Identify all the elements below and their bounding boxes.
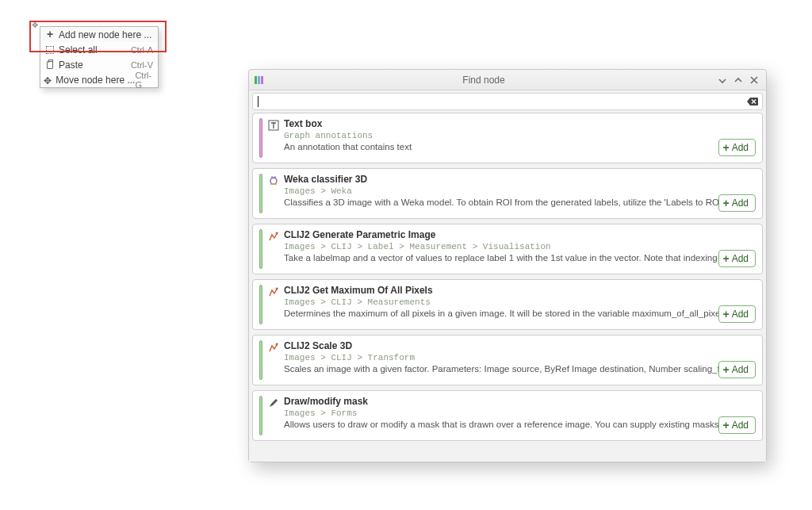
plus-icon: + xyxy=(722,142,729,153)
window-maximize-button[interactable] xyxy=(733,75,744,86)
add-label: Add xyxy=(732,364,749,375)
category-stripe xyxy=(259,285,262,324)
result-name: CLIJ2 Scale 3D xyxy=(284,340,754,351)
plus-icon: + xyxy=(722,364,729,375)
draw-icon xyxy=(267,397,280,409)
category-stripe xyxy=(259,118,262,158)
result-desc: Allows users to draw or modify a mask th… xyxy=(284,420,754,429)
clij-icon xyxy=(267,230,280,243)
category-stripe xyxy=(259,340,262,380)
graph-context-menu: Add new node here ... Select all Ctrl-A … xyxy=(40,26,159,88)
menu-shortcut: Ctrl-A xyxy=(131,45,153,55)
result-name: Weka classifier 3D xyxy=(284,174,754,185)
result-desc: Classifies a 3D image with a Weka model.… xyxy=(284,197,754,207)
add-label: Add xyxy=(732,420,749,431)
plus-icon: + xyxy=(722,309,729,320)
category-stripe xyxy=(259,396,262,435)
plus-icon: + xyxy=(722,197,729,209)
add-label: Add xyxy=(732,142,749,153)
select-all-icon xyxy=(44,44,56,56)
dialog-titlebar[interactable]: Find node xyxy=(249,70,766,90)
search-input[interactable] xyxy=(262,95,746,108)
menu-shortcut: Ctrl-G xyxy=(135,71,153,90)
result-desc: Take a labelmap and a vector of values t… xyxy=(284,253,754,263)
svg-rect-5 xyxy=(270,183,277,185)
clij-icon xyxy=(267,341,280,354)
context-menu-anchor-icon xyxy=(32,19,40,27)
add-label: Add xyxy=(732,197,749,209)
svg-point-7 xyxy=(276,288,278,290)
result-path: Graph annotations xyxy=(284,131,754,140)
menu-select-all[interactable]: Select all Ctrl-A xyxy=(40,42,158,57)
menu-move-node-here[interactable]: Move node here ... Ctrl-G xyxy=(40,72,158,87)
result-card[interactable]: CLIJ2 Generate Parametric Image Images >… xyxy=(252,224,763,274)
dialog-title: Find node xyxy=(251,75,717,86)
category-stripe xyxy=(259,229,262,269)
plus-icon: + xyxy=(722,420,729,431)
result-card[interactable]: CLIJ2 Scale 3D Images > CLIJ > Transform… xyxy=(252,335,763,385)
text-cursor xyxy=(258,96,259,107)
add-button[interactable]: +Add xyxy=(718,305,756,323)
window-close-button[interactable] xyxy=(749,75,760,86)
result-name: Text box xyxy=(284,118,754,129)
move-icon xyxy=(44,75,53,86)
add-label: Add xyxy=(732,253,749,264)
weka-icon xyxy=(267,174,280,187)
add-button[interactable]: +Add xyxy=(718,361,756,378)
plus-icon xyxy=(44,29,56,40)
result-desc: Determines the maximum of all pixels in … xyxy=(284,309,754,318)
search-row xyxy=(252,93,763,110)
result-card[interactable]: CLIJ2 Get Maximum Of All Pixels Images >… xyxy=(252,279,763,330)
result-path: Images > CLIJ > Label > Measurement > Vi… xyxy=(284,242,754,251)
category-stripe xyxy=(259,174,262,213)
result-path: Images > Forms xyxy=(284,408,754,418)
add-button[interactable]: +Add xyxy=(718,194,756,212)
result-card[interactable]: Draw/modify mask Images > Forms Allows u… xyxy=(252,390,763,441)
result-path: Images > Weka xyxy=(284,186,754,196)
menu-label: Select all xyxy=(59,44,131,56)
window-minimize-button[interactable] xyxy=(717,75,728,86)
clear-search-button[interactable] xyxy=(746,95,759,108)
add-button[interactable]: +Add xyxy=(718,416,756,434)
result-name: CLIJ2 Generate Parametric Image xyxy=(284,229,754,240)
add-label: Add xyxy=(732,309,749,320)
menu-label: Add new node here ... xyxy=(59,29,153,40)
textbox-icon xyxy=(267,119,280,132)
plus-icon: + xyxy=(722,253,729,264)
result-desc: An annotation that contains text xyxy=(284,142,754,151)
result-path: Images > CLIJ > Transform xyxy=(284,353,754,362)
menu-label: Paste xyxy=(59,59,131,71)
result-name: Draw/modify mask xyxy=(284,396,754,407)
add-button[interactable]: +Add xyxy=(718,250,756,267)
result-card[interactable]: Text box Graph annotations An annotation… xyxy=(252,113,763,163)
menu-shortcut: Ctrl-V xyxy=(131,60,153,70)
add-button[interactable]: +Add xyxy=(718,139,756,156)
find-node-dialog: Find node xyxy=(248,69,767,462)
clij-icon xyxy=(267,286,280,298)
paste-icon xyxy=(44,59,56,71)
result-desc: Scales an image with a given factor. Par… xyxy=(284,364,754,374)
result-path: Images > CLIJ > Measurements xyxy=(284,297,754,307)
svg-point-6 xyxy=(276,232,278,235)
svg-point-8 xyxy=(276,343,278,346)
result-card[interactable]: Weka classifier 3D Images > Weka Classif… xyxy=(252,168,763,219)
menu-add-new-node[interactable]: Add new node here ... xyxy=(40,27,158,42)
result-name: CLIJ2 Get Maximum Of All Pixels xyxy=(284,285,754,296)
menu-label: Move node here ... xyxy=(56,75,135,86)
svg-point-4 xyxy=(270,178,277,184)
results-list: Text box Graph annotations An annotation… xyxy=(249,113,766,462)
